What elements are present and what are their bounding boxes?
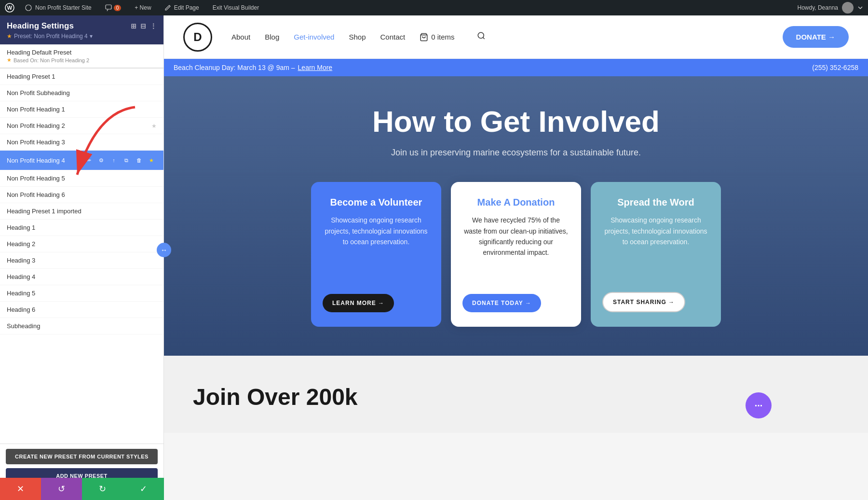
preset-item-7[interactable]: Non Profit Heading 6 — [0, 187, 163, 203]
save-button[interactable]: ✓ — [123, 478, 164, 500]
save-icon: ✓ — [140, 484, 147, 494]
main-layout: Heading Settings ⊞ ⊟ ⋮ ★ Preset: Non Pro… — [0, 15, 868, 500]
admin-bar-site[interactable]: Non Profit Starter Site — [22, 0, 95, 15]
right-panel: D About Blog Get-involved Shop Contact 0… — [164, 15, 868, 500]
announcement-phone: (255) 352-6258 — [812, 64, 858, 71]
admin-bar-exit-builder[interactable]: Exit Visual Builder — [210, 0, 262, 15]
announcement-link[interactable]: Learn More — [298, 64, 333, 71]
admin-bar-howdy: Howdy, Deanna — [798, 2, 864, 14]
site-logo: D — [183, 23, 212, 52]
search-icon[interactable] — [477, 31, 486, 42]
preset-delete-btn[interactable]: 🗑 — [134, 155, 144, 166]
nav-get-involved[interactable]: Get-involved — [294, 33, 334, 41]
admin-bar-comments[interactable]: 0 — [102, 0, 124, 15]
announcement-text: Beach Cleanup Day: March 13 @ 9am – Lear… — [174, 64, 332, 71]
preset-item-6[interactable]: Non Profit Heading 5 — [0, 170, 163, 187]
card-volunteer-title: Become a Volunteer — [323, 196, 430, 208]
bottom-bar: ✕ ↺ ↻ ✓ — [0, 478, 164, 500]
preset-item-14[interactable]: Heading 6 — [0, 302, 163, 318]
preset-name-5: Non Profit Heading 4 — [7, 157, 81, 164]
panel-icon-more[interactable]: ⋮ — [150, 22, 157, 30]
below-hero-title: Join Over 200k — [193, 385, 358, 410]
preset-star-icon: ★ — [7, 33, 12, 40]
preset-dropdown-arrow[interactable]: ▾ — [90, 33, 93, 40]
preset-export-btn[interactable]: ↑ — [108, 155, 119, 166]
preset-item-12[interactable]: Heading 4 — [0, 269, 163, 285]
preset-item-0[interactable]: Heading Preset 1 — [0, 69, 163, 85]
heading-default-preset[interactable]: Heading Default Preset ★ Based On: Non P… — [0, 44, 163, 69]
panel-subtitle: ★ Preset: Non Profit Heading 4 ▾ — [7, 33, 157, 40]
preset-name-8: Heading Preset 1 imported — [7, 208, 157, 215]
cancel-button[interactable]: ✕ — [0, 478, 41, 500]
preset-name-3: Non Profit Heading 2 — [7, 122, 149, 129]
preset-name-14: Heading 6 — [7, 306, 157, 313]
nav-contact[interactable]: Contact — [380, 33, 406, 41]
preset-item-10[interactable]: Heading 2 — [0, 236, 163, 252]
preset-item-4[interactable]: Non Profit Heading 3 — [0, 134, 163, 151]
svg-text:W: W — [7, 5, 13, 11]
preset-name-13: Heading 5 — [7, 290, 157, 297]
undo-icon: ↺ — [58, 484, 65, 494]
admin-bar-new[interactable]: + New — [132, 0, 154, 15]
cart-item[interactable]: 0 items — [420, 33, 454, 42]
below-hero: Join Over 200k ··· — [164, 356, 868, 433]
preset-item-2[interactable]: Non Profit Heading 1 — [0, 101, 163, 118]
hero-subtitle: Join us in preserving marine ecosystems … — [311, 148, 721, 158]
preset-item-15[interactable]: Subheading — [0, 318, 163, 334]
nav-about[interactable]: About — [231, 33, 250, 41]
preset-name-1: Non Profit Subheading — [7, 89, 157, 97]
preset-name-10: Heading 2 — [7, 240, 157, 248]
panel-icon-columns[interactable]: ⊟ — [140, 22, 146, 30]
preset-name-12: Heading 4 — [7, 273, 157, 280]
donate-today-button[interactable]: DONATE TODAY → — [462, 294, 541, 312]
preset-name-6: Non Profit Heading 5 — [7, 175, 157, 182]
preset-name-9: Heading 1 — [7, 224, 157, 231]
preset-name-11: Heading 3 — [7, 257, 157, 264]
resize-handle[interactable]: ↔ — [157, 243, 171, 257]
nav-donate-button[interactable]: DONATE → — [783, 26, 849, 48]
preset-name-0: Heading Preset 1 — [7, 73, 157, 80]
preset-name-4: Non Profit Heading 3 — [7, 139, 157, 146]
hero-section: How to Get Involved Join us in preservin… — [164, 76, 868, 356]
svg-line-4 — [107, 9, 108, 11]
svg-point-7 — [478, 32, 484, 38]
preset-copy-btn[interactable]: ⧉ — [121, 155, 132, 166]
preset-star-btn[interactable]: ★ — [146, 155, 157, 166]
panel-icon-grid[interactable]: ⊞ — [131, 22, 136, 30]
site-menu: About Blog Get-involved Shop Contact 0 i… — [231, 31, 486, 42]
preset-rename-btn[interactable]: ✏ — [83, 155, 94, 166]
card-donation: Make A Donation We have recycled 75% of … — [451, 182, 581, 327]
hero-content: How to Get Involved Join us in preservin… — [311, 105, 721, 327]
svg-point-2 — [26, 5, 31, 11]
preset-star-icon: ★ — [151, 123, 157, 129]
card-spread-title: Spread the Word — [602, 196, 709, 208]
redo-icon: ↻ — [99, 484, 106, 494]
svg-line-8 — [483, 37, 484, 39]
preset-item-8[interactable]: Heading Preset 1 imported — [0, 203, 163, 220]
redo-button[interactable]: ↻ — [82, 478, 123, 500]
site-nav: D About Blog Get-involved Shop Contact 0… — [164, 15, 868, 59]
undo-button[interactable]: ↺ — [41, 478, 82, 500]
preset-name-7: Non Profit Heading 6 — [7, 191, 157, 198]
card-spread-body: Showcasing ongoing research projects, te… — [602, 215, 709, 285]
admin-bar-edit-page[interactable]: Edit Page — [162, 0, 202, 15]
preset-item-3[interactable]: Non Profit Heading 2 ★ — [0, 118, 163, 134]
cancel-icon: ✕ — [17, 484, 24, 494]
preset-name-15: Subheading — [7, 322, 157, 330]
preset-item-1[interactable]: Non Profit Subheading — [0, 85, 163, 101]
learn-more-button[interactable]: LEARN MORE → — [323, 294, 394, 312]
wp-logo-icon[interactable]: W — [5, 3, 14, 13]
preset-item-11[interactable]: Heading 3 — [0, 252, 163, 269]
nav-shop[interactable]: Shop — [349, 33, 366, 41]
card-donation-title: Make A Donation — [462, 196, 570, 208]
dots-menu-circle[interactable]: ··· — [746, 392, 772, 418]
preset-item-9[interactable]: Heading 1 — [0, 220, 163, 236]
nav-blog[interactable]: Blog — [265, 33, 279, 41]
cart-items-count: 0 items — [431, 33, 454, 41]
panel-title-icons: ⊞ ⊟ ⋮ — [131, 22, 157, 30]
create-preset-button[interactable]: CREATE NEW PRESET FROM CURRENT STYLES — [6, 449, 158, 464]
preset-settings-btn[interactable]: ⚙ — [96, 155, 107, 166]
preset-item-5[interactable]: Non Profit Heading 4 ✏ ⚙ ↑ ⧉ 🗑 ★ — [0, 151, 163, 170]
preset-item-13[interactable]: Heading 5 — [0, 285, 163, 302]
start-sharing-button[interactable]: START SHARING → — [602, 292, 685, 312]
